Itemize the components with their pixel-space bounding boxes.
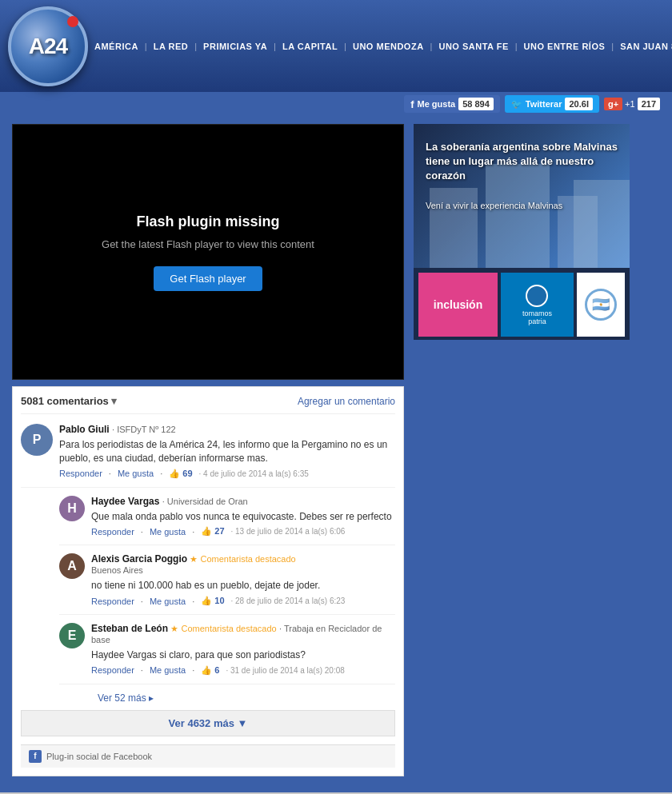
add-comment-link[interactable]: Agregar un comentario [298, 396, 395, 407]
ad-bottom: inclusión tomamos patria 🇦🇷 [414, 268, 630, 340]
logo-text: A24 [29, 34, 67, 59]
like-link[interactable]: Me gusta [118, 469, 154, 478]
comment-actions: Responder · Me gusta · 👍 69 · 4 de julio… [59, 469, 395, 479]
argentina-emblem: 🇦🇷 [585, 289, 617, 321]
comment-institution: · Universidad de Oran [162, 497, 248, 506]
comment-author: Alexis Garcia Poggio [91, 553, 187, 565]
comment-item: E Esteban de León ★ Comentarista destaca… [59, 623, 395, 684]
gplus-icon: g+ [604, 98, 622, 110]
comment-actions: Responder · Me gusta · 👍 27 · 13 de juli… [91, 526, 395, 537]
fb-plugin-bar: f Plug-in social de Facebook [21, 744, 395, 768]
comment-content: Alexis Garcia Poggio ★ Comentarista dest… [91, 553, 395, 606]
ad-title: La soberanía argentina sobre Malvinas ti… [426, 141, 618, 182]
comment-item: A Alexis Garcia Poggio ★ Comentarista de… [59, 553, 395, 615]
reply-link[interactable]: Responder [91, 665, 134, 675]
like-link[interactable]: Me gusta [150, 596, 186, 606]
social-bar: f Me gusta 58 894 🐦 Twitterar 20.6I g+ +… [0, 92, 672, 116]
nav-item-mendoza[interactable]: UNO MENDOZA [346, 42, 430, 51]
reply-link[interactable]: Responder [59, 469, 102, 478]
comment-content: Esteban de León ★ Comentarista destacado… [91, 623, 395, 676]
ad-tomamos-inner: tomamos patria [522, 285, 552, 325]
ad-image: La soberanía argentina sobre Malvinas ti… [414, 124, 630, 268]
like-link[interactable]: Me gusta [150, 665, 186, 675]
main-nav: AMÉRICA | LA RED | PRIMICIAS YA | LA CAP… [88, 42, 672, 51]
comment-author: Pablo Giuli [59, 424, 110, 435]
argentina-icon: 🇦🇷 [592, 296, 610, 313]
ad-logo-circle [526, 285, 548, 307]
comment-text: Haydee Vargas si claro, para que son par… [91, 648, 395, 662]
comment-text: no tiene ni 100.000 hab es un pueblo, de… [91, 579, 395, 593]
video-player: Flash plugin missing Get the latest Flas… [12, 124, 404, 380]
nav-item-america[interactable]: AMÉRICA [88, 42, 145, 51]
avatar: E [59, 623, 85, 648]
comment-institution: · ISFDyT Nº 122 [112, 425, 176, 434]
comment-text: Que mala onda pablo vos nunca te equivoc… [91, 510, 395, 524]
ad-argentina-logo: 🇦🇷 [577, 273, 625, 337]
facebook-count: 58 894 [458, 98, 494, 110]
gplus-label: +1 [625, 99, 635, 109]
main-wrapper: Flash plugin missing Get the latest Flas… [0, 116, 672, 792]
facebook-like-btn[interactable]: f Me gusta 58 894 [404, 95, 500, 113]
right-column: La soberanía argentina sobre Malvinas ti… [414, 124, 638, 776]
comments-header: 5081 comentarios ▾ Agregar un comentario [21, 395, 395, 414]
avatar: A [59, 553, 85, 579]
fb-plugin-label: Plug-in social de Facebook [46, 752, 152, 761]
reply-link[interactable]: Responder [91, 527, 134, 537]
gplus-count: 217 [638, 98, 660, 110]
facebook-icon: f [410, 98, 414, 110]
comments-count: 5081 comentarios ▾ [21, 395, 117, 407]
avatar: P [21, 424, 53, 456]
facebook-like-label: Me gusta [417, 99, 455, 109]
nav-item-entre-rios[interactable]: UNO ENTRE RÍOS [518, 42, 612, 51]
comment-item: H Haydee Vargas · Universidad de Oran Qu… [59, 496, 395, 546]
ad-section-inclusion: inclusión [418, 273, 498, 337]
ad-section-label: inclusión [434, 298, 482, 311]
logo-area: A24 [8, 6, 88, 86]
location: Buenos Aires [91, 565, 143, 575]
ad-text-overlay: La soberanía argentina sobre Malvinas ti… [426, 140, 618, 213]
like-count: 👍 6 [201, 665, 219, 676]
comments-section: 5081 comentarios ▾ Agregar un comentario… [12, 386, 404, 776]
like-link[interactable]: Me gusta [150, 527, 186, 537]
nav-item-primicias[interactable]: PRIMICIAS YA [197, 42, 274, 51]
flash-title: Flash plugin missing [136, 213, 279, 230]
twitter-label: Twitterar [526, 99, 562, 109]
timestamp: · 4 de julio de 2014 a la(s) 6:35 [199, 469, 309, 478]
see-more-replies-link[interactable]: Ver 52 más ▸ [98, 692, 395, 704]
comment-content: Pablo Giuli · ISFDyT Nº 122 Para los per… [59, 424, 395, 479]
like-count: 👍 10 [201, 596, 224, 606]
comment-text: Para los periodistas de la América 24, l… [59, 438, 395, 465]
timestamp: · 28 de julio de 2014 a la(s) 6:23 [231, 596, 346, 605]
comment-actions: Responder · Me gusta · 👍 6 · 31 de julio… [91, 665, 395, 676]
nav-item-la-red[interactable]: LA RED [147, 42, 195, 51]
like-count: 👍 27 [201, 526, 224, 537]
featured-badge: ★ Comentarista destacado [170, 624, 276, 633]
timestamp: · 13 de julio de 2014 a la(s) 6:06 [231, 527, 346, 536]
twitter-icon: 🐦 [511, 99, 522, 110]
twitter-btn[interactable]: 🐦 Twitterar 20.6I [505, 95, 599, 113]
ver-mas-button[interactable]: Ver 4632 más ▼ [21, 710, 395, 736]
header: A24 AMÉRICA | LA RED | PRIMICIAS YA | LA… [0, 0, 672, 92]
left-column: Flash plugin missing Get the latest Flas… [12, 124, 404, 776]
featured-badge: ★ Comentarista destacado [190, 554, 295, 564]
comment-actions: Responder · Me gusta · 👍 10 · 28 de juli… [91, 596, 395, 606]
avatar: H [59, 496, 85, 521]
get-flash-button[interactable]: Get Flash player [154, 266, 262, 291]
reply-link[interactable]: Responder [91, 596, 134, 606]
logo: A24 [8, 6, 88, 86]
ad-subtitle: Vení a vivir la experiencia Malvinas [426, 201, 562, 210]
flash-subtitle: Get the latest Flash player to view this… [102, 238, 314, 250]
comment-author: Haydee Vargas [91, 496, 159, 507]
like-count: 👍 69 [169, 469, 192, 479]
nav-item-san-juan[interactable]: SAN JUAN 8 [614, 42, 672, 51]
ad-section-tomamos: tomamos patria [501, 273, 574, 337]
timestamp: · 31 de julio de 2014 a la(s) 20:08 [226, 666, 344, 675]
replies: H Haydee Vargas · Universidad de Oran Qu… [59, 496, 395, 704]
nav-item-la-capital[interactable]: LA CAPITAL [276, 42, 344, 51]
advertisement: La soberanía argentina sobre Malvinas ti… [414, 124, 630, 340]
gplus-btn[interactable]: g+ +1 217 [604, 98, 660, 110]
comment-item: P Pablo Giuli · ISFDyT Nº 122 Para los p… [21, 424, 395, 488]
twitter-count: 20.6I [565, 98, 592, 110]
nav-item-santa-fe[interactable]: UNO SANTA FE [432, 42, 514, 51]
comment-author: Esteban de León [91, 623, 168, 634]
